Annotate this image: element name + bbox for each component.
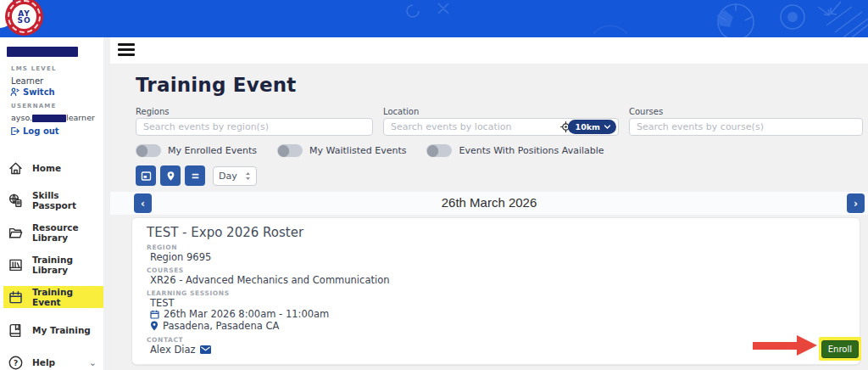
select-stepper-icon <box>245 171 251 181</box>
regions-label: Regions <box>136 107 169 116</box>
enroll-button[interactable]: Enroll <box>821 340 859 358</box>
skills-passport-icon <box>8 193 24 209</box>
date-heading: 26th March 2026 <box>110 195 868 210</box>
contact-row: Alex Diaz <box>150 344 211 356</box>
next-day-button[interactable]: › <box>847 193 865 213</box>
svg-text:?: ? <box>14 358 18 367</box>
sidebar-scrollbar[interactable] <box>103 37 110 370</box>
calendar-icon <box>150 310 159 319</box>
sidebar-item-training-library[interactable]: Training Library <box>0 253 103 277</box>
sidebar-item-training-event[interactable]: Training Event <box>0 285 103 309</box>
sidebar-item-label: Skills Passport <box>32 190 103 210</box>
courses-section-label: COURSES <box>147 266 184 274</box>
ayso-logo-ring <box>8 0 41 33</box>
envelope-icon[interactable] <box>200 345 211 354</box>
chevron-right-icon: › <box>854 198 858 210</box>
location-field-group: 10km <box>383 118 619 136</box>
sidebar-item-home[interactable]: Home <box>0 156 103 180</box>
lms-level-label: LMS LEVEL <box>11 65 57 72</box>
logout-icon <box>10 126 19 136</box>
event-title: TEST - Expo 2026 Roster <box>147 225 303 240</box>
sidebar-item-label: Resource Library <box>32 222 103 243</box>
view-period-value: Day <box>219 171 237 182</box>
session-name: TEST <box>150 297 175 309</box>
training-event-page: AY SO LMS LEVEL Learner Switch USERNAME … <box>0 0 868 370</box>
hamburger-menu-icon[interactable] <box>118 43 136 58</box>
region-label: REGION <box>147 244 177 251</box>
radius-dropdown[interactable]: 10km <box>568 120 616 134</box>
sidebar-item-my-training[interactable]: My Training <box>0 318 103 342</box>
regions-search-input[interactable] <box>136 118 373 136</box>
main-topbar <box>110 37 868 64</box>
list-view-button[interactable] <box>185 165 205 186</box>
switch-label: Switch <box>23 87 55 97</box>
location-label: Location <box>383 107 419 116</box>
sidebar-item-label: Training Event <box>32 287 103 307</box>
folder-icon <box>8 225 24 241</box>
session-location: Pasadena, Pasadena CA <box>163 320 279 332</box>
toggle-my-waitlisted-events[interactable]: My Waitlisted Events <box>277 144 406 157</box>
book-icon <box>8 322 24 339</box>
session-location-row: Pasadena, Pasadena CA <box>150 320 279 332</box>
sidebar-item-label: Home <box>32 163 61 173</box>
sidebar-item-label: My Training <box>32 325 91 335</box>
sidebar-item-skills-passport[interactable]: Skills Passport <box>0 188 103 212</box>
bookshelf-icon <box>8 257 24 273</box>
courses-search-input[interactable] <box>629 118 863 136</box>
radius-value: 10km <box>576 122 600 132</box>
switch-link[interactable]: Switch <box>10 87 55 97</box>
main-content: Training Event Regions Location 10km Cou… <box>110 37 868 370</box>
map-pin-icon <box>150 321 159 331</box>
toggle-label: Events With Positions Available <box>459 145 604 156</box>
contact-name: Alex Diaz <box>150 344 196 356</box>
sidebar-item-label: Help <box>32 357 55 367</box>
logout-label: Log out <box>23 126 59 136</box>
course-value: XR26 - Advanced Mechanics and Communicat… <box>150 274 389 286</box>
header-soccer-art <box>0 0 868 37</box>
contact-label: CONTACT <box>147 336 183 344</box>
app-header: AY SO <box>0 0 868 37</box>
username-prefix: ayso. <box>11 113 32 122</box>
calendar-icon <box>8 289 24 306</box>
annotation-red-arrow <box>753 335 817 356</box>
courses-label: Courses <box>629 107 663 116</box>
region-value: Region 9695 <box>150 251 211 263</box>
toggle-label: My Waitlisted Events <box>309 145 406 156</box>
username-label: USERNAME <box>11 103 57 109</box>
switch-role-icon <box>10 87 19 97</box>
toggle-events-with-positions[interactable]: Events With Positions Available <box>426 144 604 157</box>
learning-sessions-label: LEARNING SESSIONS <box>147 289 230 297</box>
map-view-button[interactable] <box>160 165 181 186</box>
sidebar-item-label: Training Library <box>32 255 103 275</box>
event-card: TEST - Expo 2026 Roster REGION Region 96… <box>131 217 860 365</box>
session-datetime: 26th Mar 2026 8:00am - 11:00am <box>164 308 329 320</box>
toggle-switch-off[interactable] <box>426 144 452 157</box>
chevron-down-icon: ⌄ <box>89 357 97 368</box>
redacted-user-name <box>7 47 78 57</box>
toggle-label: My Enrolled Events <box>168 145 257 156</box>
view-period-select[interactable]: Day <box>213 166 257 186</box>
username-value: ayso.learner <box>11 113 95 122</box>
chevron-down-icon <box>604 125 610 129</box>
sidebar: LMS LEVEL Learner Switch USERNAME ayso.l… <box>0 37 103 370</box>
username-suffix: learner <box>66 113 95 122</box>
view-controls: Day <box>136 165 257 186</box>
event-filter-toggles: My Enrolled Events My Waitlisted Events … <box>136 144 604 157</box>
toggle-switch-off[interactable] <box>136 144 161 157</box>
home-icon <box>8 160 24 177</box>
toggle-switch-off[interactable] <box>277 144 303 157</box>
help-icon: ? <box>8 355 24 370</box>
toggle-my-enrolled-events[interactable]: My Enrolled Events <box>136 144 257 157</box>
logout-link[interactable]: Log out <box>10 126 59 136</box>
redacted-username <box>32 115 66 122</box>
sidebar-item-help[interactable]: ? Help ⌄ <box>0 350 103 370</box>
annotation-highlight: Enroll <box>819 337 861 361</box>
page-title: Training Event <box>136 74 296 96</box>
session-datetime-row: 26th Mar 2026 8:00am - 11:00am <box>150 308 329 320</box>
date-navigation-bar: ‹ 26th March 2026 › <box>110 192 868 215</box>
sidebar-item-resource-library[interactable]: Resource Library <box>0 221 103 244</box>
lms-level-value: Learner <box>11 76 43 86</box>
calendar-view-button[interactable] <box>136 165 156 186</box>
